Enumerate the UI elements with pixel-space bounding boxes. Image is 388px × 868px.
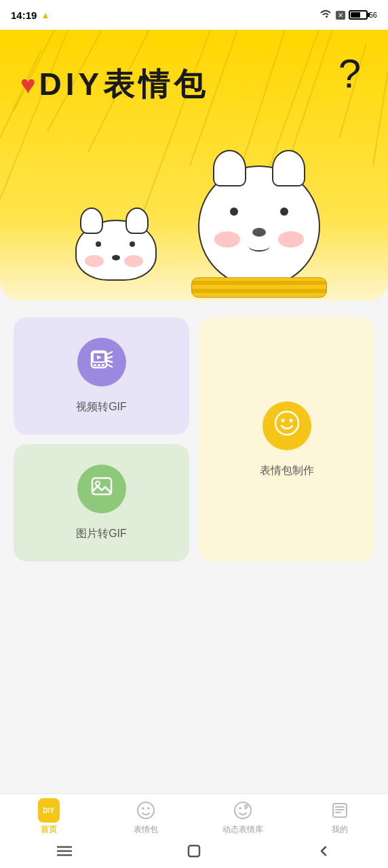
nav-dynamic-label: 动态表情库 xyxy=(222,824,263,835)
system-nav xyxy=(0,838,388,868)
status-bar: 14:19 ▲ ✕ 56 xyxy=(0,0,388,30)
svg-point-27 xyxy=(138,802,154,818)
svg-line-8 xyxy=(373,71,388,165)
video-gif-label: 视频转GIF xyxy=(76,400,127,414)
nav-tabs: DIY 首页 表情包 xyxy=(0,794,388,838)
dog-cheek-left xyxy=(85,255,104,267)
svg-line-18 xyxy=(108,352,112,354)
bottom-nav: DIY 首页 表情包 xyxy=(0,793,388,868)
svg-point-23 xyxy=(281,418,284,422)
nav-home-label: 首页 xyxy=(41,824,57,835)
nav-tab-dynamic[interactable]: 动态表情库 xyxy=(194,800,291,835)
banner: ♥ DIY表情包 ? xyxy=(0,30,388,301)
video-gif-icon-circle xyxy=(77,338,126,387)
wifi-icon xyxy=(319,8,332,22)
image-icon xyxy=(90,474,114,504)
dog-eye-left xyxy=(96,241,101,247)
nav-emoji-label: 表情包 xyxy=(134,824,158,835)
emoji-icon xyxy=(274,410,300,441)
nav-tab-mine[interactable]: 我的 xyxy=(291,800,388,835)
battery-icon: 56 xyxy=(349,10,377,20)
dog-nose xyxy=(112,255,120,260)
status-icons: ✕ 56 xyxy=(319,8,377,22)
dogs-illustration xyxy=(0,165,388,288)
svg-line-20 xyxy=(108,357,112,358)
image-gif-label: 图片转GIF xyxy=(76,527,127,541)
dog-head-big xyxy=(198,165,320,288)
svg-rect-17 xyxy=(102,364,104,366)
banner-title-area: ♥ DIY表情包 xyxy=(20,64,209,106)
nav-tab-home[interactable]: DIY 首页 xyxy=(0,800,97,835)
image-gif-icon-circle xyxy=(77,465,126,513)
question-mark: ? xyxy=(338,50,361,97)
svg-point-29 xyxy=(147,807,150,810)
dog-big-cheek-left xyxy=(214,231,240,248)
dog-big-mouth xyxy=(249,241,269,252)
dog-big-eye-left xyxy=(230,208,238,216)
dog-big-cheek-right xyxy=(278,231,304,248)
svg-point-31 xyxy=(239,807,241,810)
home-tab-icon: DIY xyxy=(38,800,60,821)
heart-icon: ♥ xyxy=(20,71,36,100)
emoji-tab-icon xyxy=(135,800,157,821)
signal-icon: ✕ xyxy=(336,11,345,20)
emoji-make-card[interactable]: 表情包制作 xyxy=(199,317,374,561)
dog-big-nose xyxy=(252,228,266,237)
dynamic-tab-icon xyxy=(232,800,254,821)
emoji-make-icon-circle xyxy=(263,401,311,450)
mine-tab-icon xyxy=(329,800,351,821)
menu-button[interactable] xyxy=(54,844,75,858)
nav-mine-label: 我的 xyxy=(332,824,348,835)
svg-rect-16 xyxy=(98,364,100,366)
video-icon xyxy=(90,347,114,377)
dog-big xyxy=(198,165,320,288)
battery-level: 56 xyxy=(369,11,377,19)
video-gif-card[interactable]: 视频转GIF xyxy=(14,317,189,435)
svg-rect-25 xyxy=(92,478,111,494)
feature-grid: 视频转GIF 表情包制作 xyxy=(14,317,374,561)
image-gif-card[interactable]: 图片转GIF xyxy=(14,444,189,561)
diy-logo: DIY xyxy=(38,798,60,823)
dog-cheek-right xyxy=(124,255,143,267)
svg-rect-15 xyxy=(94,364,96,366)
home-button[interactable] xyxy=(184,844,204,858)
status-time: 14:19 xyxy=(11,9,37,21)
svg-point-22 xyxy=(275,412,298,435)
svg-rect-41 xyxy=(189,846,199,856)
dog-scarf xyxy=(191,277,327,298)
dog-big-eye-right xyxy=(280,208,288,216)
banner-title: DIY表情包 xyxy=(39,64,210,106)
svg-point-26 xyxy=(96,481,100,486)
main-content: 视频转GIF 表情包制作 xyxy=(0,301,388,616)
back-button[interactable] xyxy=(313,844,334,858)
svg-point-24 xyxy=(289,418,292,422)
svg-line-19 xyxy=(108,365,112,367)
dog-head-small xyxy=(75,220,157,281)
dog-eye-right xyxy=(130,241,135,247)
svg-marker-14 xyxy=(97,355,102,359)
warning-icon: ▲ xyxy=(41,10,50,20)
svg-point-30 xyxy=(235,802,251,818)
svg-line-6 xyxy=(292,30,332,152)
svg-point-28 xyxy=(142,807,144,810)
svg-line-21 xyxy=(108,361,112,362)
emoji-make-label: 表情包制作 xyxy=(260,464,314,478)
nav-tab-emoji[interactable]: 表情包 xyxy=(97,800,194,835)
